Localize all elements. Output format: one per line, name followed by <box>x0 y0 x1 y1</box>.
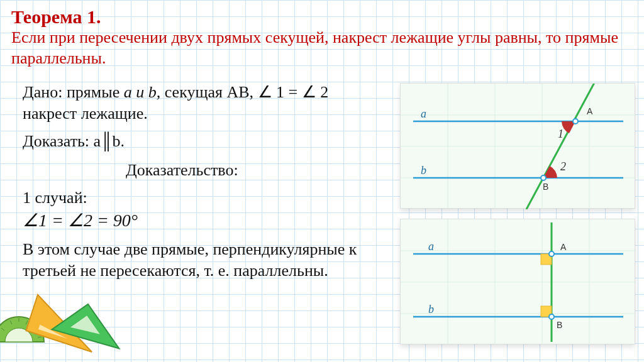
figure-2: a b A B <box>400 219 635 344</box>
figure-2-svg <box>401 219 636 345</box>
svg-line-28 <box>10 321 12 324</box>
svg-line-31 <box>33 328 36 331</box>
fig1-point-b-label: B <box>543 182 548 192</box>
fig1-angle-1-label: 1 <box>558 128 564 141</box>
prove-block: Доказать: a║b. <box>23 132 356 151</box>
fig2-line-b-label: b <box>428 303 434 316</box>
fig1-line-a-label: a <box>421 107 426 121</box>
theorem-title: Теорема 1. <box>11 6 101 28</box>
figure-1-svg <box>401 84 636 209</box>
case1-equation: ∠1 = ∠2 = 90° <box>23 210 138 231</box>
theorem-statement: Если при пересечении двух прямых секущей… <box>11 28 621 69</box>
given-lines: a и b, <box>124 83 161 101</box>
case1-text: В этом случае две прямые, перпендикулярн… <box>23 239 375 282</box>
fig1-angle-2-label: 2 <box>560 160 566 173</box>
svg-point-11 <box>541 175 546 180</box>
proof-header: Доказательство: <box>126 161 238 180</box>
svg-line-32 <box>38 337 42 337</box>
fig1-point-a-label: A <box>587 106 592 116</box>
fig2-point-a-label: A <box>560 242 566 252</box>
svg-line-27 <box>1 328 4 331</box>
fig2-point-b-label: B <box>557 320 562 330</box>
case1-label: 1 случай: <box>23 189 87 207</box>
prove-prefix: Доказать: <box>23 132 94 150</box>
given-prefix: Дано: прямые <box>23 83 124 101</box>
prove-expr: a║b. <box>94 132 125 150</box>
fig1-line-b-label: b <box>421 164 426 177</box>
svg-point-25 <box>549 314 554 319</box>
svg-point-24 <box>549 251 554 256</box>
fig2-line-a-label: a <box>428 240 434 253</box>
given-block: Дано: прямые a и b, секущая AB, ∠ 1 = ∠ … <box>23 82 356 124</box>
figure-1: a b A B 1 2 <box>400 83 635 209</box>
svg-line-30 <box>26 321 28 324</box>
given-secant: секущая AB, <box>160 83 257 101</box>
svg-point-10 <box>573 119 578 124</box>
